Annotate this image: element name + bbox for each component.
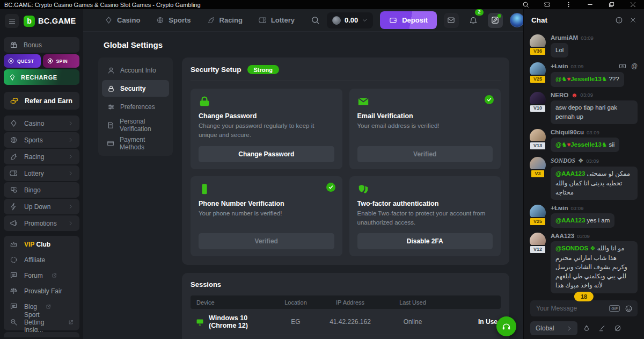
column-header-last-used: Last Used [384, 299, 442, 306]
chat-username[interactable]: +Ɫмin03:09@ [551, 62, 638, 70]
chat-close-icon[interactable] [630, 17, 636, 24]
chat-timestamp: 03:09 [587, 129, 599, 135]
hamburger-menu-icon[interactable] [5, 14, 19, 28]
emoji-picker-icon[interactable] [625, 305, 633, 313]
chat-channel-selector[interactable]: Global [530, 321, 577, 335]
change-password-button[interactable]: Change Password [199, 146, 334, 162]
sidebar-item-label: Sport Betting Insig... [24, 311, 60, 334]
promo-icon [10, 219, 18, 227]
recharge-gem-icon [9, 74, 16, 81]
chat-info-icon[interactable] [615, 16, 623, 24]
chat-username[interactable]: SONDOS ❖03:09 [551, 157, 638, 164]
chat-message: V12AAA12303:09@SONDOS ❖ مو انا والله هذا… [529, 233, 638, 293]
sidebar-item-racing[interactable]: Racing [4, 149, 79, 164]
chat-message-input[interactable] [535, 304, 604, 313]
mail-icon [447, 16, 455, 24]
security-card-two-factor: Two-factor authenticationEnable Two-fact… [349, 176, 501, 257]
close-button[interactable] [630, 1, 636, 8]
sidebar-item-sports[interactable]: Sports [4, 132, 79, 148]
tip-coin-icon[interactable] [614, 324, 621, 332]
window-controls [522, 1, 636, 8]
extension-icon[interactable] [544, 1, 551, 8]
nav-link-sports[interactable]: Sports [156, 16, 191, 24]
sidebar-item-provably-fair[interactable]: Provably Fair [4, 283, 79, 299]
tip-money-icon[interactable] [619, 62, 626, 70]
sidebar-item-spin[interactable]: SPIN [43, 54, 80, 68]
chat-message: V10NERO ☻03:09asw depo tiap hari gak per… [529, 92, 638, 125]
settings-tab-payment-methods[interactable]: Payment Methods [102, 135, 169, 152]
column-header-location: Location [275, 299, 317, 306]
settings-tab-personal-verification[interactable]: Personal Verification [102, 117, 169, 133]
notifications-button[interactable]: 2 [466, 13, 481, 28]
settings-tab-security[interactable]: Security [102, 80, 169, 97]
two-factor-icon [357, 183, 493, 195]
sidebar-item-promotions[interactable]: Promotions [4, 215, 79, 231]
chat-username[interactable]: AAA12303:09 [551, 233, 638, 239]
minimize-button[interactable] [587, 1, 594, 8]
trophy-icon[interactable] [630, 324, 638, 333]
settings-tab-preferences[interactable]: Preferences [102, 98, 169, 115]
chat-bubble: Lol [551, 43, 568, 57]
sidebar-item-label: Promotions [24, 220, 57, 227]
user-avatar[interactable] [510, 13, 524, 27]
sidebar-item-label: Blog [24, 303, 37, 311]
balance-selector[interactable]: 0.00 [327, 12, 373, 28]
nav-link-racing[interactable]: Racing [207, 16, 243, 24]
new-messages-badge[interactable]: 18 [574, 292, 594, 301]
chat-bubble: asw depo tiap hari gak pernah up [551, 100, 638, 125]
chat-toggle-button[interactable] [488, 13, 503, 28]
column-header-ip-address: IP Address [317, 299, 384, 306]
chevron-right-icon [68, 137, 74, 143]
sidebar-item-casino[interactable]: Casino [4, 116, 79, 131]
horse-icon [10, 153, 18, 161]
sidebar-item-refer-and-earn[interactable]: Refer and Earn [4, 92, 79, 110]
chat-panel: Chat V36ArumiAM03:09LolV25+Ɫмin03:09@@♞♥… [523, 9, 644, 339]
sidebar-item-quest[interactable]: QUEST [4, 54, 41, 68]
maximize-button[interactable] [608, 1, 615, 8]
sidebar-item-recharge[interactable]: RECHARGE [4, 69, 79, 85]
mention-at-icon[interactable]: @ [631, 62, 638, 70]
search-icon[interactable] [311, 16, 320, 25]
security-card-change-password: Change PasswordChange your password regu… [191, 89, 342, 169]
page-heading: Global Settings [104, 40, 509, 49]
gif-picker-icon[interactable]: GIF [609, 305, 620, 312]
zoom-search-icon[interactable] [522, 1, 529, 8]
sidebar-item-up-down[interactable]: Up Down [4, 199, 79, 214]
sidebar-item-lottery[interactable]: Lottery [4, 165, 79, 181]
chat-footer: GIF Global [524, 295, 644, 339]
vip-level-badge: V25 [529, 217, 546, 226]
bcgame-logo[interactable]: b BC.GAME [24, 16, 76, 27]
deposit-button[interactable]: Deposit [380, 11, 437, 29]
external-link-icon [46, 304, 51, 309]
sidebar-item-sport-betting-insights[interactable]: Sport Betting Insig... [4, 314, 79, 330]
browser-menu-icon[interactable] [565, 1, 572, 8]
sidebar: b BC.GAME Bonus QUEST SPIN [0, 9, 83, 339]
chat-rules-icon[interactable] [598, 324, 606, 332]
two-factor-button[interactable]: Disable 2FA [357, 233, 493, 249]
coins-icon [10, 96, 19, 105]
chat-username[interactable]: ArumiAM03:09 [551, 34, 638, 41]
browser-titlebar: BC.GAME: Crypto Casino Games & Casino Sl… [0, 0, 644, 9]
security-setup-title: Security Setup [191, 66, 241, 74]
messages-button[interactable] [444, 13, 459, 28]
coin-rain-icon[interactable] [583, 324, 590, 332]
settings-tab-label: Account Info [120, 67, 156, 74]
nav-link-lottery[interactable]: Lottery [259, 16, 295, 24]
sidebar-item-bonus[interactable]: Bonus [4, 37, 79, 53]
sidebar-item-label: Forum [24, 272, 43, 279]
chat-message: V13Chiqui90cu03:09@♞♥Jesselle13♞ sii [529, 129, 638, 152]
chat-username[interactable]: +Ɫмin03:09 [551, 205, 638, 211]
settings-tab-label: Payment Methods [120, 136, 164, 151]
settings-tab-account-info[interactable]: Account Info [102, 62, 169, 78]
gift-icon [10, 41, 18, 49]
chat-username[interactable]: Chiqui90cu03:09 [551, 129, 638, 135]
sidebar-item-forum[interactable]: Forum [4, 268, 79, 283]
sidebar-item-vip-club[interactable]: VIP Club [4, 236, 79, 252]
chevron-right-icon [68, 170, 74, 176]
sidebar-item-affiliate[interactable]: Affiliate [4, 252, 79, 268]
nav-link-casino[interactable]: Casino [105, 16, 140, 24]
live-support-button[interactable] [496, 316, 516, 336]
prefs-icon [107, 103, 115, 111]
sidebar-item-bingo[interactable]: Bingo [4, 182, 79, 198]
chat-username[interactable]: NERO ☻03:09 [551, 92, 638, 98]
